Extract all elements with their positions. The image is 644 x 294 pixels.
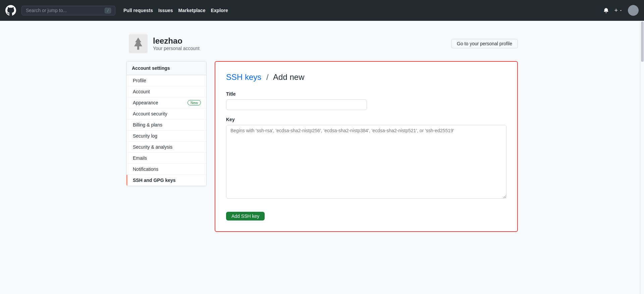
- sidebar-item-billing-label: Billing & plans: [133, 122, 162, 128]
- title-input[interactable]: [226, 99, 367, 110]
- sidebar-item-ssh-gpg-keys[interactable]: SSH and GPG keys: [126, 175, 206, 186]
- user-avatar-button[interactable]: [628, 5, 639, 16]
- sidebar-item-account-security[interactable]: Account security: [126, 108, 206, 119]
- sidebar-item-account[interactable]: Account: [126, 86, 206, 97]
- sidebar-item-notifications-label: Notifications: [133, 166, 158, 172]
- user-subtitle: Your personal account: [153, 46, 200, 51]
- header-actions: +: [603, 5, 639, 16]
- scrollbar-thumb[interactable]: [641, 21, 644, 62]
- appearance-new-badge: New: [187, 100, 201, 105]
- user-avatar: [129, 34, 148, 53]
- breadcrumb-current: Add new: [273, 72, 304, 82]
- body-layout: Account settings Profile Account Appeara…: [126, 61, 518, 232]
- user-info: leezhao Your personal account: [129, 34, 200, 53]
- sidebar-item-appearance[interactable]: Appearance New: [126, 97, 206, 108]
- key-label: Key: [226, 117, 506, 122]
- sidebar-item-ssh-gpg-keys-label: SSH and GPG keys: [133, 178, 176, 183]
- main-nav: Pull requests Issues Marketplace Explore: [123, 8, 228, 13]
- settings-sidebar: Account settings Profile Account Appeara…: [126, 61, 207, 186]
- title-form-group: Title: [226, 91, 506, 110]
- main-content-panel: SSH keys / Add new Title Key Add SSH key: [215, 61, 518, 232]
- key-textarea[interactable]: [226, 125, 506, 199]
- search-kbd: /: [105, 8, 111, 13]
- sidebar-item-security-analysis-label: Security & analysis: [133, 144, 172, 150]
- github-logo[interactable]: [5, 5, 16, 16]
- sidebar-item-security-log-label: Security log: [133, 133, 157, 139]
- nav-issues[interactable]: Issues: [158, 8, 173, 13]
- go-to-profile-button[interactable]: Go to your personal profile: [451, 39, 518, 48]
- sidebar-heading: Account settings: [126, 61, 206, 75]
- content-area: leezhao Your personal account Go to your…: [121, 21, 523, 294]
- breadcrumb-separator: /: [266, 72, 269, 82]
- title-label: Title: [226, 91, 506, 97]
- sidebar-item-billing[interactable]: Billing & plans: [126, 119, 206, 131]
- notifications-button[interactable]: [603, 8, 609, 13]
- nav-pull-requests[interactable]: Pull requests: [123, 8, 153, 13]
- sidebar-item-emails[interactable]: Emails: [126, 153, 206, 164]
- key-form-group: Key: [226, 117, 506, 200]
- sidebar-item-appearance-label: Appearance: [133, 100, 158, 105]
- search-box[interactable]: Search or jump to... /: [21, 6, 115, 15]
- search-placeholder-text: Search or jump to...: [26, 8, 67, 13]
- user-header: leezhao Your personal account Go to your…: [126, 34, 518, 53]
- sidebar-item-security-log[interactable]: Security log: [126, 131, 206, 142]
- top-navbar: Search or jump to... / Pull requests Iss…: [0, 0, 644, 21]
- main-wrapper: leezhao Your personal account Go to your…: [0, 0, 644, 294]
- sidebar-item-account-label: Account: [133, 89, 150, 94]
- ssh-keys-breadcrumb-link[interactable]: SSH keys: [226, 72, 261, 82]
- plus-icon: +: [614, 7, 618, 14]
- sidebar-item-profile-label: Profile: [133, 78, 146, 83]
- sidebar-item-notifications[interactable]: Notifications: [126, 164, 206, 175]
- user-details: leezhao Your personal account: [153, 36, 200, 51]
- nav-marketplace[interactable]: Marketplace: [178, 8, 206, 13]
- sidebar-item-emails-label: Emails: [133, 155, 147, 161]
- username: leezhao: [153, 36, 200, 46]
- add-ssh-key-button[interactable]: Add SSH key: [226, 212, 265, 220]
- create-button[interactable]: +: [614, 7, 623, 14]
- sidebar-item-profile[interactable]: Profile: [126, 75, 206, 86]
- nav-explore[interactable]: Explore: [211, 8, 228, 13]
- sidebar-item-account-security-label: Account security: [133, 111, 167, 116]
- page-title: SSH keys / Add new: [226, 72, 506, 82]
- scrollbar[interactable]: [640, 21, 644, 294]
- sidebar-item-security-analysis[interactable]: Security & analysis: [126, 142, 206, 153]
